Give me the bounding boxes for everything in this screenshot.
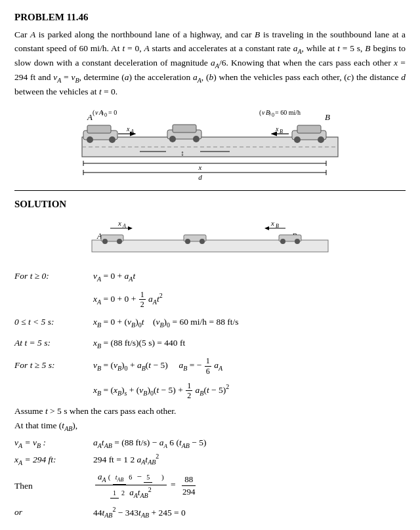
svg-point-62 (280, 239, 285, 244)
svg-text:B: B (276, 223, 279, 229)
svg-point-33 (318, 136, 324, 143)
svg-text:A: A (122, 223, 126, 229)
svg-text:↕: ↕ (180, 149, 184, 157)
svg-rect-46 (92, 240, 328, 252)
svg-text:0: 0 (272, 112, 274, 118)
solution-diagram: x A A x B B (14, 215, 406, 261)
svg-text:): ) (269, 110, 271, 116)
svg-rect-17 (173, 125, 196, 132)
svg-point-53 (117, 239, 122, 244)
va-vb-eq: aAtAB = (88 ft/s) − aA 6 (tAB − 5) (93, 438, 406, 449)
problem-diagram: A ( v A ) 0 = 0 x A ↕ B ( v B ) 0 = 60 (14, 106, 406, 181)
eq-row-7: vA = vB : aAtAB = (88 ft/s) − aA 6 (tAB … (14, 438, 406, 449)
eq-row-4: At t = 5 s: xB = (88 ft/s)(5 s) = 440 ft (14, 336, 406, 352)
problem-title: PROBLEM 11.46 (14, 12, 406, 23)
svg-text:B: B (280, 129, 283, 134)
equations-section: For t ≥ 0: vA = 0 + aAt xA = 0 + 0 + 1 2… (14, 269, 406, 519)
solution-diagram-svg: x A A x B B (85, 215, 335, 261)
xa-294-label: xA = 294 ft: (14, 455, 93, 466)
svg-text:v: v (262, 109, 265, 116)
eq-xb1: xB = 0 + (vB)0t (vB)0 = 60 mi/h = 88 ft/… (93, 315, 406, 331)
svg-point-52 (102, 239, 108, 244)
at-time-text: At that time (tAB), (14, 420, 406, 432)
assume-text: Assume t > 5 s when the cars pass each o… (14, 406, 406, 417)
svg-text:x: x (117, 219, 121, 227)
then-eq: aA ( tAB 6 − 5 ) 1 2 (93, 471, 406, 500)
svg-point-18 (169, 136, 176, 142)
svg-text:v: v (95, 109, 98, 116)
eq-label-t0: For t ≥ 0: (14, 269, 93, 283)
eq-xb-t5: xB = (88 ft/s)(5 s) = 440 ft (93, 336, 406, 352)
eq-label-t5plus: For t ≥ 5 s: (14, 358, 93, 373)
svg-point-11 (87, 136, 93, 143)
solution-title: SOLUTION (14, 199, 406, 210)
svg-point-63 (295, 239, 300, 244)
svg-text:0: 0 (104, 112, 107, 118)
problem-diagram-svg: A ( v A ) 0 = 0 x A ↕ B ( v B ) 0 = 60 (69, 106, 351, 181)
svg-text:x: x (126, 125, 130, 132)
eq-row-2: xA = 0 + 0 + 1 2 aAt2 (14, 290, 406, 310)
or-row: or 44tAB2 − 343tAB + 245 = 0 (14, 506, 406, 519)
svg-text:= 60 mi/h: = 60 mi/h (275, 109, 301, 116)
svg-text:B: B (325, 112, 330, 122)
then-row: Then aA ( tAB 6 − 5 ) (14, 471, 406, 500)
eq-va: vA = 0 + aAt (93, 269, 406, 285)
eq-xa: xA = 0 + 0 + 1 2 aAt2 (93, 290, 406, 310)
va-vb-label: vA = vB : (14, 438, 93, 449)
eq-vb2: vB = (vB)0 + aB(t − 5) aB = − 1 6 aA (93, 356, 406, 376)
eq-xb3: xB = (xB)s + (vB)0(t − 5) + 1 2 aB(t − 5… (93, 381, 406, 401)
svg-text:): ) (102, 110, 104, 116)
svg-point-19 (193, 136, 200, 142)
svg-text:x: x (275, 125, 279, 132)
svg-rect-31 (297, 125, 321, 133)
svg-text:x: x (270, 219, 274, 227)
svg-point-56 (200, 239, 205, 244)
svg-text:A: A (130, 129, 134, 134)
eq-row-1: For t ≥ 0: vA = 0 + aAt (14, 269, 406, 285)
eq-label-t5: At t = 5 s: (14, 336, 93, 350)
eq-row-3: 0 ≤ t < 5 s: xB = 0 + (vB)0t (vB)0 = 60 … (14, 315, 406, 331)
svg-text:x: x (198, 163, 202, 171)
section-divider (14, 190, 406, 191)
eq-row-8: xA = 294 ft: 294 ft = 1 2 aAtAB2 (14, 453, 406, 466)
eq-row-6: xB = (xB)s + (vB)0(t − 5) + 1 2 aB(t − 5… (14, 381, 406, 401)
svg-point-32 (294, 136, 301, 143)
svg-point-12 (109, 136, 116, 143)
problem-text: Car A is parked along the northbound lan… (14, 28, 406, 99)
svg-text:A: A (87, 112, 93, 122)
then-label: Then (14, 481, 93, 491)
eq-row-5: For t ≥ 5 s: vB = (vB)0 + aB(t − 5) aB =… (14, 356, 406, 376)
eq-label-t05: 0 ≤ t < 5 s: (14, 315, 93, 329)
svg-text:= 0: = 0 (108, 109, 117, 116)
svg-point-55 (185, 239, 190, 244)
svg-rect-10 (87, 125, 111, 133)
xa-294-eq: 294 ft = 1 2 aAtAB2 (93, 453, 406, 466)
svg-text:d: d (198, 173, 202, 181)
or-eq: 44tAB2 − 343tAB + 245 = 0 (93, 506, 406, 519)
or-label: or (14, 507, 93, 518)
